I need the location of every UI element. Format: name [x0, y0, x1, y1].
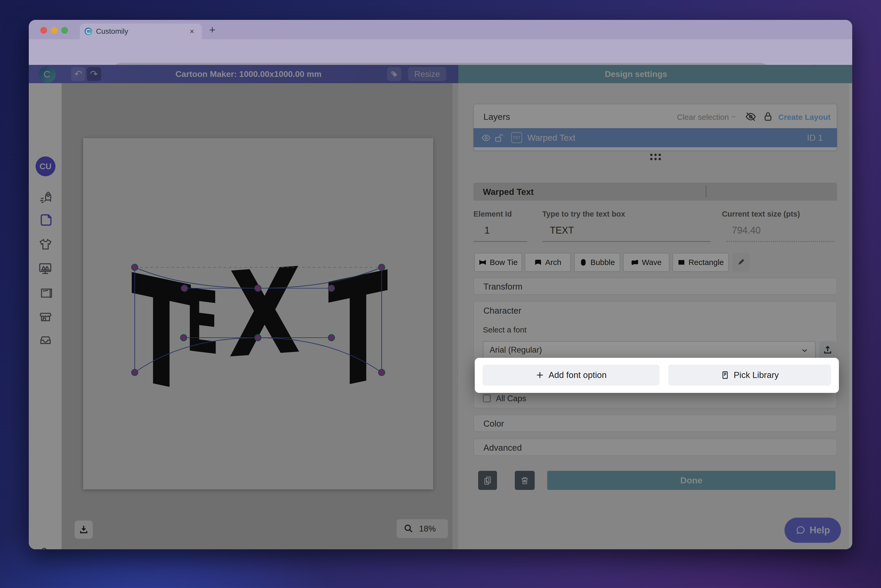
tab-title: Customily: [96, 24, 128, 39]
new-tab-icon[interactable]: +: [209, 24, 215, 36]
plus-icon: [536, 370, 544, 380]
close-window-button[interactable]: [40, 27, 47, 34]
browser-window: Customily × + app.customily.com/createPr…: [29, 20, 852, 549]
pick-library-label: Pick Library: [734, 370, 779, 380]
browser-toolbar: app.customily.com/createProduct1?forDesi…: [29, 39, 852, 65]
font-options-popup: Add font option Pick Library: [475, 358, 839, 393]
minimize-window-button[interactable]: [51, 27, 57, 34]
modal-dim-overlay[interactable]: [29, 65, 852, 549]
pick-library-button[interactable]: Pick Library: [668, 364, 831, 386]
zoom-window-button[interactable]: [61, 27, 68, 34]
tab-strip: Customily × +: [29, 20, 852, 39]
add-font-option-button[interactable]: Add font option: [483, 364, 659, 386]
tab-close-icon[interactable]: ×: [190, 27, 194, 36]
browser-tab[interactable]: Customily ×: [80, 24, 202, 39]
book-icon: [720, 370, 729, 380]
add-font-option-label: Add font option: [549, 370, 606, 380]
favicon-customily-icon: [84, 27, 92, 35]
